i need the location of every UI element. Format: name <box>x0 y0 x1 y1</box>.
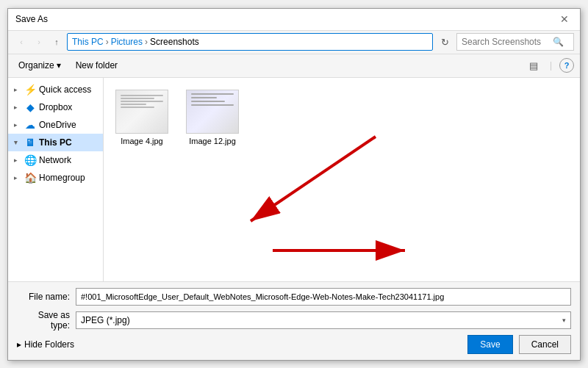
homegroup-icon: 🏠 <box>24 172 36 184</box>
search-input[interactable] <box>462 37 550 47</box>
organize-button[interactable]: Organize ▾ <box>14 59 65 72</box>
file-name: Image 4.jpg <box>121 137 162 145</box>
sidebar-item-quick-access[interactable]: ▸ ⚡ Quick access <box>8 81 103 98</box>
sidebar-label-dropbox: Dropbox <box>39 102 72 112</box>
title-bar-left: Save As <box>15 14 48 24</box>
search-box: 🔍 <box>456 33 574 51</box>
file-thumbnail <box>115 90 168 134</box>
sidebar-label-quick-access: Quick access <box>39 84 91 95</box>
forward-button[interactable]: › <box>32 35 46 49</box>
file-name: Image 12.jpg <box>189 137 236 145</box>
bottom-section: File name: Save as type: JPEG (*.jpg) ▾ … <box>8 281 580 360</box>
sidebar-label-network: Network <box>39 155 71 165</box>
dropdown-arrow-icon: ▾ <box>562 317 566 324</box>
sidebar: ▸ ⚡ Quick access ▸ ◆ Dropbox ▸ ☁ OneDriv… <box>8 78 104 281</box>
breadcrumb-screenshots: Screenshots <box>150 37 199 47</box>
sidebar-item-network[interactable]: ▸ 🌐 Network <box>8 151 103 169</box>
toolbar: Organize ▾ New folder ▤ | ? <box>8 54 580 78</box>
file-name-row: File name: <box>17 288 571 306</box>
dropbox-icon: ◆ <box>24 101 36 113</box>
close-button[interactable]: ✕ <box>556 11 573 27</box>
quick-access-icon: ⚡ <box>24 84 36 95</box>
back-button[interactable]: ‹ <box>14 35 29 49</box>
sidebar-item-thispc[interactable]: ▾ 🖥 This PC <box>8 134 103 151</box>
expand-arrow-icon: ▸ <box>14 104 21 111</box>
save-as-type-label: Save as type: <box>17 310 76 331</box>
expand-arrow-icon: ▸ <box>14 174 21 181</box>
new-folder-label: New folder <box>76 60 118 71</box>
save-as-type-row: Save as type: JPEG (*.jpg) ▾ <box>17 310 571 331</box>
network-icon: 🌐 <box>24 154 36 166</box>
dialog-title: Save As <box>15 14 48 24</box>
onedrive-icon: ☁ <box>24 119 36 131</box>
sidebar-label-thispc: This PC <box>39 137 72 148</box>
file-name-label: File name: <box>17 292 76 302</box>
main-area: ▸ ⚡ Quick access ▸ ◆ Dropbox ▸ ☁ OneDriv… <box>8 78 580 281</box>
list-item[interactable]: Image 12.jpg <box>183 87 242 148</box>
sidebar-label-homegroup: Homegroup <box>39 173 85 183</box>
file-grid: Image 4.jpg Imag <box>112 87 571 148</box>
expand-arrow-icon: ▸ <box>14 86 21 93</box>
list-item[interactable]: Image 4.jpg <box>112 87 171 148</box>
sidebar-item-homegroup[interactable]: ▸ 🏠 Homegroup <box>8 169 103 187</box>
hide-folders-arrow-icon: ▸ <box>17 339 21 350</box>
organize-arrow: ▾ <box>57 60 61 71</box>
title-bar: Save As ✕ <box>8 9 580 31</box>
sidebar-item-dropbox[interactable]: ▸ ◆ Dropbox <box>8 98 103 116</box>
expand-arrow-icon: ▸ <box>14 121 21 129</box>
button-row: ▸ Hide Folders Save Cancel <box>17 335 571 354</box>
breadcrumb: This PC › Pictures › Screenshots <box>67 33 433 51</box>
sidebar-label-onedrive: OneDrive <box>39 120 76 130</box>
thumbnail-preview <box>116 90 168 133</box>
cancel-button[interactable]: Cancel <box>519 335 571 354</box>
file-thumbnail <box>186 90 239 134</box>
content-area: Image 4.jpg Imag <box>104 78 580 281</box>
file-name-input[interactable] <box>76 288 571 306</box>
hide-folders-label: Hide Folders <box>24 339 74 350</box>
thumbnail-preview <box>187 90 238 133</box>
save-as-type-value: JPEG (*.jpg) <box>81 315 130 325</box>
help-button[interactable]: ? <box>559 58 574 73</box>
organize-label: Organize <box>18 60 54 71</box>
up-button[interactable]: ↑ <box>49 35 64 49</box>
refresh-button[interactable]: ↻ <box>436 33 453 51</box>
thispc-icon: 🖥 <box>24 137 36 148</box>
new-folder-button[interactable]: New folder <box>71 59 122 72</box>
save-button[interactable]: Save <box>467 335 512 354</box>
expand-arrow-icon: ▸ <box>14 156 21 164</box>
breadcrumb-pictures[interactable]: Pictures <box>111 37 143 47</box>
view-button[interactable]: ▤ <box>525 57 542 74</box>
sidebar-item-onedrive[interactable]: ▸ ☁ OneDrive <box>8 116 103 134</box>
save-as-dialog: Save As ✕ ‹ › ↑ This PC › Pictures › Scr… <box>7 8 581 361</box>
address-bar: ‹ › ↑ This PC › Pictures › Screenshots ↻… <box>8 31 580 54</box>
save-as-type-dropdown[interactable]: JPEG (*.jpg) ▾ <box>76 311 571 329</box>
breadcrumb-thispc[interactable]: This PC <box>72 37 104 47</box>
hide-folders-toggle[interactable]: ▸ Hide Folders <box>17 339 74 350</box>
search-icon[interactable]: 🔍 <box>553 37 564 47</box>
expand-arrow-icon: ▾ <box>14 139 21 146</box>
